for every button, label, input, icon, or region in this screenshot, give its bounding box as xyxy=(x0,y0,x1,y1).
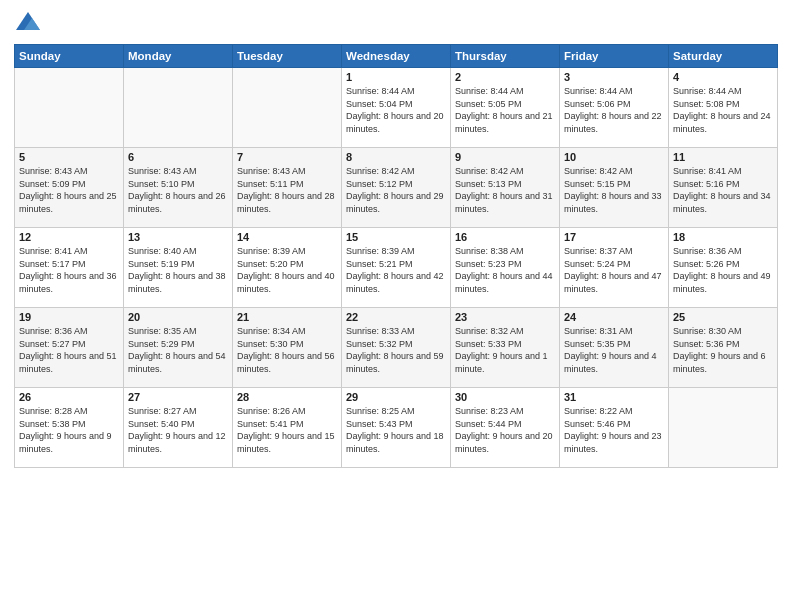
calendar-cell: 18Sunrise: 8:36 AM Sunset: 5:26 PM Dayli… xyxy=(669,228,778,308)
weekday-header-monday: Monday xyxy=(124,45,233,68)
day-number: 7 xyxy=(237,151,337,163)
weekday-header-thursday: Thursday xyxy=(451,45,560,68)
day-info: Sunrise: 8:44 AM Sunset: 5:05 PM Dayligh… xyxy=(455,85,555,135)
calendar-cell xyxy=(124,68,233,148)
day-info: Sunrise: 8:34 AM Sunset: 5:30 PM Dayligh… xyxy=(237,325,337,375)
day-info: Sunrise: 8:44 AM Sunset: 5:08 PM Dayligh… xyxy=(673,85,773,135)
day-info: Sunrise: 8:38 AM Sunset: 5:23 PM Dayligh… xyxy=(455,245,555,295)
calendar-cell: 5Sunrise: 8:43 AM Sunset: 5:09 PM Daylig… xyxy=(15,148,124,228)
day-info: Sunrise: 8:39 AM Sunset: 5:21 PM Dayligh… xyxy=(346,245,446,295)
day-number: 8 xyxy=(346,151,446,163)
calendar-cell xyxy=(15,68,124,148)
day-info: Sunrise: 8:36 AM Sunset: 5:27 PM Dayligh… xyxy=(19,325,119,375)
weekday-header-saturday: Saturday xyxy=(669,45,778,68)
calendar-cell: 30Sunrise: 8:23 AM Sunset: 5:44 PM Dayli… xyxy=(451,388,560,468)
calendar-cell: 1Sunrise: 8:44 AM Sunset: 5:04 PM Daylig… xyxy=(342,68,451,148)
day-number: 10 xyxy=(564,151,664,163)
day-number: 6 xyxy=(128,151,228,163)
day-number: 2 xyxy=(455,71,555,83)
day-number: 29 xyxy=(346,391,446,403)
day-info: Sunrise: 8:41 AM Sunset: 5:17 PM Dayligh… xyxy=(19,245,119,295)
calendar: SundayMondayTuesdayWednesdayThursdayFrid… xyxy=(14,44,778,468)
day-number: 1 xyxy=(346,71,446,83)
day-number: 24 xyxy=(564,311,664,323)
calendar-cell: 2Sunrise: 8:44 AM Sunset: 5:05 PM Daylig… xyxy=(451,68,560,148)
day-number: 30 xyxy=(455,391,555,403)
day-number: 15 xyxy=(346,231,446,243)
day-info: Sunrise: 8:37 AM Sunset: 5:24 PM Dayligh… xyxy=(564,245,664,295)
week-row-1: 1Sunrise: 8:44 AM Sunset: 5:04 PM Daylig… xyxy=(15,68,778,148)
logo xyxy=(14,10,46,38)
calendar-cell: 8Sunrise: 8:42 AM Sunset: 5:12 PM Daylig… xyxy=(342,148,451,228)
day-info: Sunrise: 8:33 AM Sunset: 5:32 PM Dayligh… xyxy=(346,325,446,375)
calendar-cell: 3Sunrise: 8:44 AM Sunset: 5:06 PM Daylig… xyxy=(560,68,669,148)
page: SundayMondayTuesdayWednesdayThursdayFrid… xyxy=(0,0,792,612)
calendar-cell: 22Sunrise: 8:33 AM Sunset: 5:32 PM Dayli… xyxy=(342,308,451,388)
day-info: Sunrise: 8:31 AM Sunset: 5:35 PM Dayligh… xyxy=(564,325,664,375)
week-row-2: 5Sunrise: 8:43 AM Sunset: 5:09 PM Daylig… xyxy=(15,148,778,228)
day-info: Sunrise: 8:42 AM Sunset: 5:13 PM Dayligh… xyxy=(455,165,555,215)
day-info: Sunrise: 8:43 AM Sunset: 5:09 PM Dayligh… xyxy=(19,165,119,215)
week-row-4: 19Sunrise: 8:36 AM Sunset: 5:27 PM Dayli… xyxy=(15,308,778,388)
calendar-cell xyxy=(233,68,342,148)
day-info: Sunrise: 8:39 AM Sunset: 5:20 PM Dayligh… xyxy=(237,245,337,295)
day-number: 14 xyxy=(237,231,337,243)
day-info: Sunrise: 8:26 AM Sunset: 5:41 PM Dayligh… xyxy=(237,405,337,455)
day-number: 18 xyxy=(673,231,773,243)
day-number: 20 xyxy=(128,311,228,323)
calendar-cell: 11Sunrise: 8:41 AM Sunset: 5:16 PM Dayli… xyxy=(669,148,778,228)
day-info: Sunrise: 8:43 AM Sunset: 5:10 PM Dayligh… xyxy=(128,165,228,215)
calendar-cell: 28Sunrise: 8:26 AM Sunset: 5:41 PM Dayli… xyxy=(233,388,342,468)
day-number: 4 xyxy=(673,71,773,83)
calendar-cell: 7Sunrise: 8:43 AM Sunset: 5:11 PM Daylig… xyxy=(233,148,342,228)
day-info: Sunrise: 8:44 AM Sunset: 5:04 PM Dayligh… xyxy=(346,85,446,135)
calendar-cell: 29Sunrise: 8:25 AM Sunset: 5:43 PM Dayli… xyxy=(342,388,451,468)
weekday-header-wednesday: Wednesday xyxy=(342,45,451,68)
day-number: 22 xyxy=(346,311,446,323)
day-info: Sunrise: 8:42 AM Sunset: 5:12 PM Dayligh… xyxy=(346,165,446,215)
logo-icon xyxy=(14,10,42,38)
weekday-header-tuesday: Tuesday xyxy=(233,45,342,68)
week-row-5: 26Sunrise: 8:28 AM Sunset: 5:38 PM Dayli… xyxy=(15,388,778,468)
day-info: Sunrise: 8:41 AM Sunset: 5:16 PM Dayligh… xyxy=(673,165,773,215)
day-number: 5 xyxy=(19,151,119,163)
day-info: Sunrise: 8:43 AM Sunset: 5:11 PM Dayligh… xyxy=(237,165,337,215)
weekday-header-friday: Friday xyxy=(560,45,669,68)
day-number: 31 xyxy=(564,391,664,403)
calendar-cell: 26Sunrise: 8:28 AM Sunset: 5:38 PM Dayli… xyxy=(15,388,124,468)
calendar-cell: 14Sunrise: 8:39 AM Sunset: 5:20 PM Dayli… xyxy=(233,228,342,308)
calendar-cell: 23Sunrise: 8:32 AM Sunset: 5:33 PM Dayli… xyxy=(451,308,560,388)
weekday-header-row: SundayMondayTuesdayWednesdayThursdayFrid… xyxy=(15,45,778,68)
day-info: Sunrise: 8:22 AM Sunset: 5:46 PM Dayligh… xyxy=(564,405,664,455)
day-info: Sunrise: 8:23 AM Sunset: 5:44 PM Dayligh… xyxy=(455,405,555,455)
day-number: 28 xyxy=(237,391,337,403)
calendar-cell: 6Sunrise: 8:43 AM Sunset: 5:10 PM Daylig… xyxy=(124,148,233,228)
day-number: 19 xyxy=(19,311,119,323)
calendar-cell: 21Sunrise: 8:34 AM Sunset: 5:30 PM Dayli… xyxy=(233,308,342,388)
day-number: 9 xyxy=(455,151,555,163)
day-number: 25 xyxy=(673,311,773,323)
weekday-header-sunday: Sunday xyxy=(15,45,124,68)
day-info: Sunrise: 8:32 AM Sunset: 5:33 PM Dayligh… xyxy=(455,325,555,375)
day-info: Sunrise: 8:27 AM Sunset: 5:40 PM Dayligh… xyxy=(128,405,228,455)
day-info: Sunrise: 8:30 AM Sunset: 5:36 PM Dayligh… xyxy=(673,325,773,375)
day-number: 21 xyxy=(237,311,337,323)
day-number: 12 xyxy=(19,231,119,243)
calendar-cell: 12Sunrise: 8:41 AM Sunset: 5:17 PM Dayli… xyxy=(15,228,124,308)
calendar-cell: 10Sunrise: 8:42 AM Sunset: 5:15 PM Dayli… xyxy=(560,148,669,228)
day-info: Sunrise: 8:35 AM Sunset: 5:29 PM Dayligh… xyxy=(128,325,228,375)
calendar-cell xyxy=(669,388,778,468)
day-number: 26 xyxy=(19,391,119,403)
day-number: 16 xyxy=(455,231,555,243)
day-number: 23 xyxy=(455,311,555,323)
calendar-cell: 13Sunrise: 8:40 AM Sunset: 5:19 PM Dayli… xyxy=(124,228,233,308)
day-number: 17 xyxy=(564,231,664,243)
header xyxy=(14,10,778,38)
calendar-cell: 15Sunrise: 8:39 AM Sunset: 5:21 PM Dayli… xyxy=(342,228,451,308)
week-row-3: 12Sunrise: 8:41 AM Sunset: 5:17 PM Dayli… xyxy=(15,228,778,308)
day-number: 13 xyxy=(128,231,228,243)
day-info: Sunrise: 8:42 AM Sunset: 5:15 PM Dayligh… xyxy=(564,165,664,215)
calendar-cell: 4Sunrise: 8:44 AM Sunset: 5:08 PM Daylig… xyxy=(669,68,778,148)
calendar-cell: 16Sunrise: 8:38 AM Sunset: 5:23 PM Dayli… xyxy=(451,228,560,308)
day-info: Sunrise: 8:40 AM Sunset: 5:19 PM Dayligh… xyxy=(128,245,228,295)
